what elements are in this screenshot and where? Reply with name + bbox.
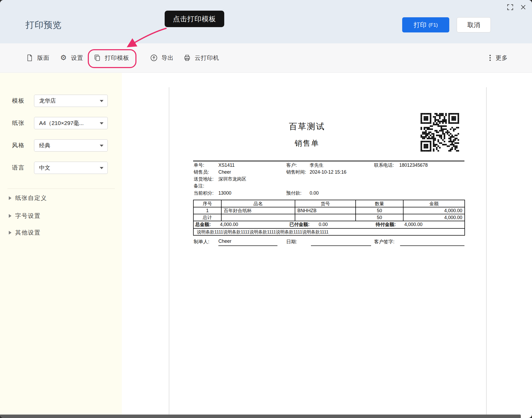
toolbar-item-settings[interactable]: ⚙ 设置: [60, 54, 83, 62]
language-select[interactable]: 中文: [34, 162, 108, 174]
table-total-row: 总计 50 4,000.00: [193, 214, 465, 221]
terms-text: 说明条款1111说明条款1111说明条款1111说明条款1111说明条款1111: [193, 228, 465, 235]
col-header: 品名: [221, 200, 295, 207]
cell-sku: BNHHZB: [295, 207, 356, 214]
section-label: 纸张自定义: [15, 194, 47, 202]
field-label: 模板: [12, 95, 25, 107]
info-cell: 预付款:0.00: [286, 190, 319, 197]
field-row-paper: 纸张 A4（210×297毫...: [0, 117, 122, 129]
style-select[interactable]: 经典: [34, 139, 108, 152]
select-value: 中文: [39, 162, 50, 174]
field-label: 风格: [12, 139, 25, 152]
info-row: 单号:XS1411 客户:李先生 联系电话:18012345678: [169, 162, 486, 169]
summary-label: 已付金额:: [289, 221, 310, 228]
triangle-right-icon: [9, 214, 11, 218]
section-other-settings[interactable]: 其他设置: [0, 229, 122, 237]
maker-label: 制单人:: [194, 238, 209, 245]
total-label: 总计: [193, 214, 221, 221]
print-button[interactable]: 打印 (F1): [402, 17, 449, 32]
annotation-highlight-ring: [88, 49, 136, 68]
info-cell: 客户:李先生: [286, 162, 324, 169]
empty-cell: [221, 214, 295, 221]
table-terms-row: 说明条款1111说明条款1111说明条款1111说明条款1111说明条款1111: [193, 228, 465, 235]
toolbar-item-label: 版面: [37, 54, 49, 62]
section-font-size[interactable]: 字号设置: [0, 212, 122, 220]
cancel-button-label: 取消: [467, 21, 480, 29]
kebab-menu-icon: [488, 54, 492, 61]
date-label: 日期:: [286, 238, 297, 245]
cell-qty: 50: [356, 207, 403, 214]
toolbar: 版面 ⚙ 设置 打印模板: [0, 43, 532, 73]
divider: [193, 161, 464, 161]
close-icon: [520, 4, 526, 10]
date-value: [311, 238, 371, 246]
document-type-title: 销售单: [193, 138, 421, 148]
maker-value: Cheer: [218, 238, 277, 246]
cancel-button[interactable]: 取消: [457, 17, 491, 32]
info-cell: 送货地址:深圳市龙岗区: [194, 175, 246, 182]
paper-select[interactable]: A4（210×297毫...: [34, 117, 108, 129]
empty-cell: [295, 214, 356, 221]
toolbar-item-export[interactable]: 导出: [150, 54, 174, 62]
document-company-title: 百草测试: [193, 121, 421, 132]
items-table: 序号 品名 货号 数量 金额 1 百年好合纸杯 BNHHZB 50 4,000.…: [193, 200, 465, 236]
info-cell: 销售员:Cheer: [194, 169, 231, 175]
toolbar-item-cloud-printer[interactable]: 云打印机: [184, 54, 219, 62]
chevron-down-icon: [100, 100, 103, 102]
summary-value: 4,000.00: [404, 221, 422, 228]
summary-label: 总金额:: [195, 221, 211, 228]
print-button-label: 打印: [414, 21, 426, 29]
total-qty: 50: [356, 214, 403, 221]
divider: [7, 189, 115, 189]
sign-value: [400, 238, 464, 246]
annotation-tooltip-text: 点击打印模板: [173, 14, 216, 24]
close-button[interactable]: [519, 3, 527, 11]
settings-sidebar: 模板 龙华店 纸张 A4（210×297毫... 风格 经典: [0, 73, 122, 415]
page-icon: [26, 54, 33, 61]
template-select[interactable]: 龙华店: [34, 95, 108, 107]
section-label: 字号设置: [15, 212, 41, 220]
toolbar-more-label: 更多: [496, 54, 508, 62]
toolbar-item-more[interactable]: 更多: [488, 54, 508, 62]
table-summary-row: 总金额: 4,000.00 已付金额: 0.00 待付金额: 4,000.00: [193, 221, 465, 228]
field-row-style: 风格 经典: [0, 139, 122, 152]
section-paper-custom[interactable]: 纸张自定义: [0, 194, 122, 203]
screen: 打印预览 打印 (F1) 取消: [0, 0, 532, 418]
table-header-row: 序号 品名 货号 数量 金额: [193, 200, 465, 207]
toolbar-item-label: 云打印机: [195, 54, 219, 62]
select-value: A4（210×297毫...: [39, 117, 84, 129]
info-cell: 联系电话:18012345678: [374, 162, 428, 169]
select-value: 龙华店: [39, 95, 56, 107]
fullscreen-button[interactable]: [506, 3, 514, 11]
cell-index: 1: [193, 207, 221, 214]
document-page: 百草测试 销售单 单号:XS1411 客户:李先生 联系电话:180123456…: [169, 87, 487, 415]
col-header: 序号: [193, 200, 221, 207]
info-cell: 销售时间:2024-10-12 15:16: [286, 169, 346, 175]
triangle-right-icon: [9, 196, 11, 200]
page-title: 打印预览: [26, 19, 62, 31]
toolbar-item-label: 设置: [71, 54, 83, 62]
col-header: 数量: [356, 200, 403, 207]
info-cell: 当前积分:13000: [194, 190, 231, 197]
field-label: 语言: [12, 162, 25, 174]
chevron-down-icon: [100, 122, 103, 124]
export-icon: [150, 54, 157, 61]
summary-value: 0.00: [319, 221, 328, 228]
info-row: 当前积分:13000 预付款:0.00: [169, 190, 486, 197]
summary-value: 4,000.00: [220, 221, 238, 228]
col-header: 货号: [295, 200, 356, 207]
toolbar-item-layout[interactable]: 版面: [26, 54, 49, 62]
section-label: 其他设置: [15, 229, 41, 237]
info-cell: 单号:XS1411: [194, 162, 235, 169]
horizontal-scrollbar[interactable]: [0, 415, 521, 418]
info-row: 送货地址:深圳市龙岗区: [169, 175, 486, 182]
chevron-down-icon: [100, 167, 103, 169]
summary-label: 待付金额:: [376, 221, 396, 228]
info-cell: 备注:: [194, 182, 218, 189]
info-row: 销售员:Cheer 销售时间:2024-10-12 15:16: [169, 169, 486, 175]
dialog-header: 打印预览 打印 (F1) 取消: [0, 0, 532, 43]
col-header: 金额: [403, 200, 465, 207]
chevron-down-icon: [100, 145, 103, 147]
field-row-template: 模板 龙华店: [0, 95, 122, 107]
cell-amount: 4,000.00: [403, 207, 465, 214]
